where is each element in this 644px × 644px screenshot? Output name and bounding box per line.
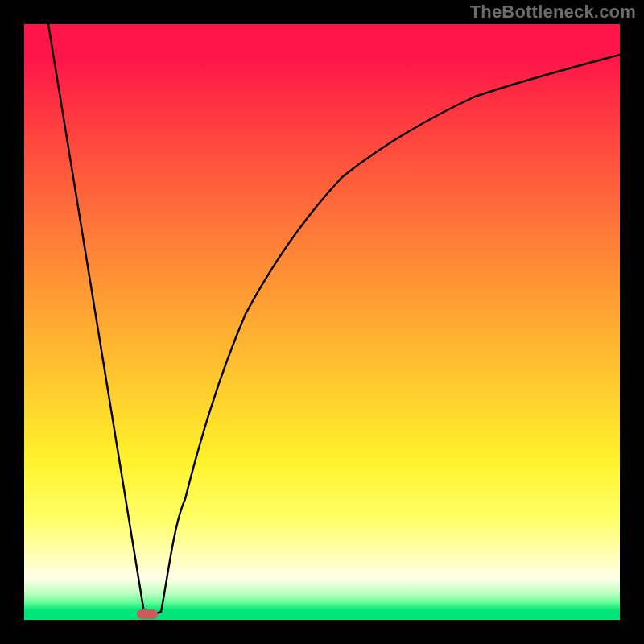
curve-svg xyxy=(24,24,620,620)
chart-frame: TheBottleneck.com xyxy=(0,0,644,644)
plot-area xyxy=(24,24,620,620)
watermark-text: TheBottleneck.com xyxy=(470,2,636,23)
optimal-marker xyxy=(137,609,158,619)
bottleneck-curve xyxy=(48,24,620,617)
